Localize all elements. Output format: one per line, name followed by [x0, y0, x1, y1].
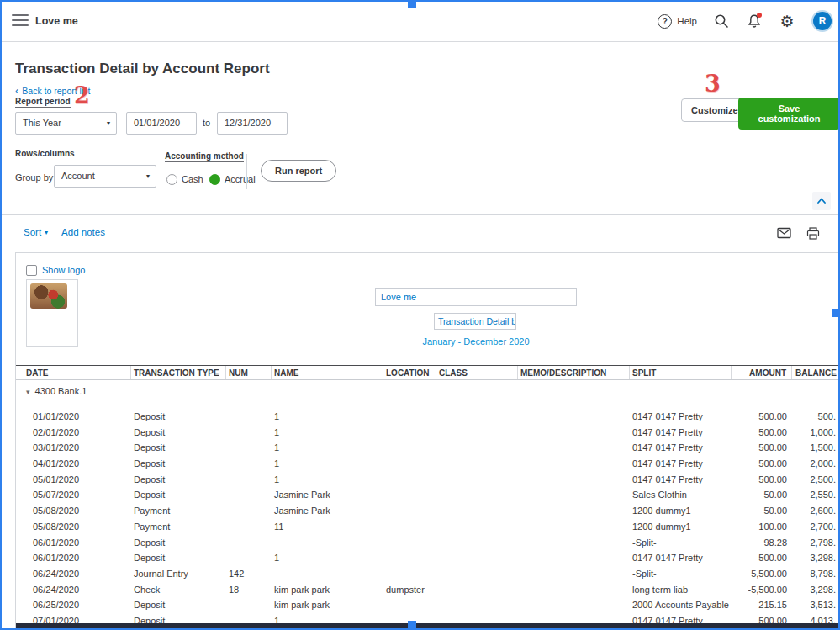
user-avatar[interactable]: R — [811, 10, 833, 32]
table-cell: 06/25/2020 — [16, 597, 131, 613]
account-group-label: 4300 Bank.1 — [35, 386, 87, 396]
table-cell: 0147 0147 Pretty — [630, 409, 732, 425]
table-cell: 1,500. — [792, 440, 840, 456]
table-cell — [518, 550, 630, 566]
table-cell: Jasmine Park — [272, 487, 383, 503]
table-cell: 500.00 — [732, 440, 792, 456]
table-cell — [518, 582, 630, 598]
logo-frame — [26, 279, 78, 347]
table-cell: 5,500.00 — [732, 566, 792, 582]
add-notes-link[interactable]: Add notes — [61, 227, 105, 237]
table-cell: Payment — [131, 503, 226, 519]
hamburger-menu-icon[interactable] — [12, 14, 29, 28]
selection-handle-top[interactable] — [408, 0, 416, 8]
table-cell: Deposit — [131, 456, 226, 472]
table-cell: long term liab — [630, 582, 732, 598]
table-cell: 01/01/2020 — [16, 409, 131, 425]
selection-handle-right[interactable] — [832, 309, 840, 317]
table-body: 01/01/2020Deposit10147 0147 Pretty500.00… — [16, 409, 840, 629]
selection-handle-bottom[interactable] — [408, 621, 416, 629]
table-cell: 1 — [272, 456, 383, 472]
show-logo-checkbox[interactable] — [26, 265, 37, 276]
table-row[interactable]: 05/07/2020DepositJasmine ParkSales Cloth… — [16, 487, 840, 503]
table-cell: Deposit — [131, 597, 226, 613]
report-footer-bar — [16, 623, 839, 629]
table-cell — [383, 519, 436, 535]
table-cell — [272, 566, 383, 582]
table-cell: Deposit — [131, 535, 226, 551]
column-header[interactable]: CLASS — [436, 366, 518, 379]
table-cell: 2,550. — [792, 487, 840, 503]
column-header[interactable]: DATE — [16, 366, 131, 379]
table-cell — [383, 425, 436, 441]
save-customization-button[interactable]: Save customization — [738, 98, 840, 130]
table-row[interactable]: 06/24/2020Check18kim park parkdumpsterlo… — [16, 582, 840, 598]
report-title-field[interactable]: Transaction Detail by Ac — [434, 313, 516, 330]
cash-radio[interactable] — [166, 174, 177, 185]
table-cell: Sales Clothin — [630, 487, 732, 503]
settings-gear-icon[interactable]: ⚙ — [779, 13, 795, 29]
date-to-input[interactable]: 12/31/2020 — [217, 112, 288, 135]
table-cell: 8,798. — [792, 566, 840, 582]
help-button[interactable]: ? Help — [658, 14, 697, 29]
notifications-bell-icon[interactable] — [746, 13, 763, 29]
table-cell — [518, 409, 630, 425]
column-header[interactable]: NUM — [226, 366, 272, 379]
table-cell: 500.00 — [732, 456, 792, 472]
table-cell — [272, 535, 383, 551]
table-row[interactable]: 04/01/2020Deposit10147 0147 Pretty500.00… — [16, 456, 840, 472]
top-navigation-bar: Love me ? Help ⚙ R — [0, 0, 840, 42]
search-icon[interactable] — [713, 13, 730, 29]
column-header[interactable]: SPLIT — [630, 366, 732, 379]
show-logo-label[interactable]: Show logo — [42, 265, 85, 275]
column-header[interactable]: AMOUNT — [732, 366, 792, 379]
table-row[interactable]: 05/08/2020PaymentJasmine Park1200 dummy1… — [16, 503, 840, 519]
table-cell: 05/08/2020 — [16, 519, 131, 535]
column-header[interactable]: TRANSACTION TYPE — [131, 366, 226, 379]
table-cell — [436, 425, 518, 441]
table-cell: 02/01/2020 — [16, 425, 131, 441]
collapse-controls-button[interactable] — [812, 192, 831, 210]
run-report-button[interactable]: Run report — [261, 160, 336, 182]
print-icon[interactable] — [805, 225, 822, 241]
report-period-select[interactable]: This Year ▾ — [15, 112, 117, 135]
accrual-radio[interactable] — [209, 174, 220, 185]
table-cell: 500. — [792, 409, 840, 425]
report-table: DATETRANSACTION TYPENUMNAMELOCATIONCLASS… — [16, 365, 840, 629]
table-row[interactable]: 06/01/2020Deposit-Split-98.282,798. — [16, 535, 840, 551]
table-row[interactable]: 06/01/2020Deposit10147 0147 Pretty500.00… — [16, 550, 840, 566]
column-header[interactable]: BALANCE — [792, 366, 840, 379]
table-cell — [226, 535, 272, 551]
table-cell — [518, 535, 630, 551]
table-row[interactable]: 03/01/2020Deposit10147 0147 Pretty500.00… — [16, 440, 840, 456]
account-group-row[interactable]: ▾ 4300 Bank.1 — [16, 380, 840, 409]
table-cell: 2,000. — [792, 456, 840, 472]
report-company-name-field[interactable]: Love me — [375, 288, 577, 306]
date-range-to-label: to — [203, 118, 210, 128]
table-cell: 03/01/2020 — [16, 440, 131, 456]
report-period-text: January - December 2020 — [392, 336, 560, 347]
table-cell: 1 — [272, 472, 383, 488]
column-header[interactable]: NAME — [272, 366, 383, 379]
table-row[interactable]: 05/08/2020Payment111200 dummy1100.002,70… — [16, 519, 840, 535]
date-from-input[interactable]: 01/01/2020 — [126, 112, 197, 135]
group-by-select[interactable]: Account ▾ — [54, 165, 156, 188]
table-cell: kim park park — [272, 582, 383, 598]
table-cell — [383, 456, 436, 472]
collapse-group-icon[interactable]: ▾ — [26, 386, 30, 398]
column-header[interactable]: LOCATION — [383, 366, 436, 379]
table-cell: 500.00 — [732, 550, 792, 566]
accrual-radio-label: Accrual — [225, 174, 256, 184]
email-icon[interactable] — [775, 225, 792, 241]
table-row[interactable]: 06/25/2020Depositkim park park2000 Accou… — [16, 597, 840, 613]
group-by-label: Group by — [15, 172, 53, 183]
table-cell — [518, 597, 630, 613]
table-row[interactable]: 01/01/2020Deposit10147 0147 Pretty500.00… — [16, 409, 840, 425]
table-row[interactable]: 02/01/2020Deposit10147 0147 Pretty500.00… — [16, 425, 840, 441]
table-row[interactable]: 06/24/2020Journal Entry142-Split-5,500.0… — [16, 566, 840, 582]
table-row[interactable]: 05/01/2020Deposit10147 0147 Pretty500.00… — [16, 472, 840, 488]
column-header[interactable]: MEMO/DESCRIPTION — [518, 366, 630, 379]
sort-menu[interactable]: Sort ▾ — [24, 227, 48, 237]
annotation-step-2: 2 — [74, 82, 90, 109]
table-cell — [436, 409, 518, 425]
